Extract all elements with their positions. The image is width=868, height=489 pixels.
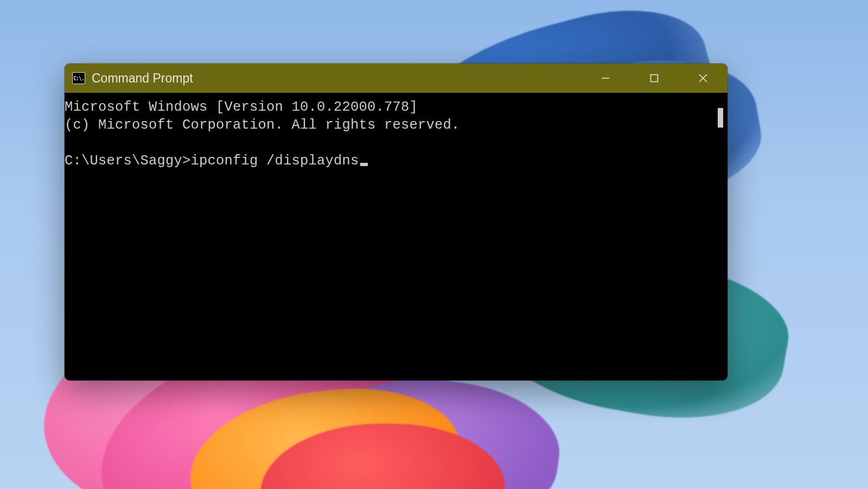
terminal-banner-line: Microsoft Windows [Version 10.0.22000.77… [65, 98, 727, 116]
window-title: Command Prompt [92, 71, 193, 86]
terminal-prompt: C:\Users\Saggy> [65, 153, 191, 169]
terminal-banner-line: (c) Microsoft Corporation. All rights re… [65, 116, 727, 134]
command-prompt-icon: C:\. [72, 72, 85, 84]
terminal-body[interactable]: Microsoft Windows [Version 10.0.22000.77… [65, 93, 727, 380]
titlebar[interactable]: C:\. Command Prompt [65, 63, 727, 93]
maximize-icon [650, 74, 659, 82]
maximize-button[interactable] [630, 63, 679, 93]
minimize-button[interactable] [581, 63, 630, 93]
svg-rect-1 [651, 75, 658, 82]
terminal-prompt-line: C:\Users\Saggy>ipconfig /displaydns [65, 152, 727, 170]
terminal-cursor [360, 163, 368, 166]
scrollbar-thumb[interactable] [718, 108, 723, 128]
window-controls [581, 63, 727, 93]
terminal-command-input[interactable]: ipconfig /displaydns [191, 153, 359, 169]
command-prompt-window[interactable]: C:\. Command Prompt Microsoft Wind [65, 63, 727, 380]
close-icon [699, 74, 707, 82]
minimize-icon [601, 74, 610, 82]
close-button[interactable] [679, 63, 727, 93]
